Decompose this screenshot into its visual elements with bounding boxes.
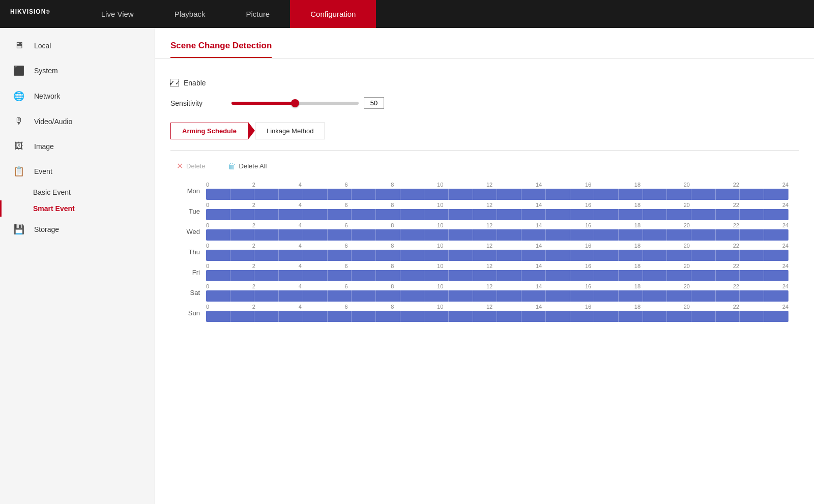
sidebar-item-system[interactable]: ⬛ System [0, 58, 155, 83]
sidebar-sub-basic-event[interactable]: Basic Event [0, 184, 155, 200]
sidebar-item-network[interactable]: 🌐 Network [0, 83, 155, 109]
sidebar-item-event[interactable]: 📋 Event [0, 159, 155, 184]
time-label: 0 [206, 202, 209, 208]
sidebar-item-video-audio[interactable]: 🎙 Video/Audio [0, 109, 155, 134]
time-label: 8 [391, 202, 394, 208]
sidebar-label-local: Local [34, 42, 51, 50]
sidebar-label-video-audio: Video/Audio [34, 117, 72, 126]
sensitivity-slider[interactable] [231, 102, 359, 105]
time-label: 16 [585, 304, 591, 310]
tick-marks [206, 189, 789, 200]
time-label: 12 [486, 222, 492, 228]
tab-arming-schedule[interactable]: Arming Schedule [170, 123, 248, 139]
slider-thumb[interactable] [291, 99, 299, 107]
tick-marks [206, 311, 789, 322]
sensitivity-label: Sensitivity [170, 99, 231, 107]
enable-label: Enable [184, 79, 206, 87]
time-label: 14 [536, 222, 542, 228]
tab-separator-line [170, 150, 799, 151]
time-label: 20 [684, 304, 690, 310]
schedule-bar[interactable] [206, 290, 789, 302]
time-label: 6 [344, 283, 347, 289]
time-label: 0 [206, 304, 209, 310]
storage-icon: 💾 [13, 224, 25, 235]
schedule-day-row: Mon024681012141618202224 [181, 182, 789, 200]
main-layout: 🖥 Local ⬛ System 🌐 Network 🎙 Video/Audio… [0, 28, 814, 504]
time-label: 24 [782, 222, 789, 228]
tab-linkage-method[interactable]: Linkage Method [255, 123, 326, 139]
schedule-bar[interactable] [206, 209, 789, 220]
time-label: 18 [634, 182, 641, 188]
time-label: 10 [437, 222, 443, 228]
time-label: 6 [344, 304, 347, 310]
tabs-row: Arming Schedule Linkage Method [170, 122, 799, 140]
time-axis[interactable]: 024681012141618202224 [206, 222, 789, 241]
event-icon: 📋 [13, 166, 25, 177]
enable-checkbox[interactable]: ✓ [170, 79, 179, 87]
time-axis[interactable]: 024681012141618202224 [206, 263, 789, 281]
sidebar-item-storage[interactable]: 💾 Storage [0, 217, 155, 242]
schedule-bar[interactable] [206, 250, 789, 261]
schedule-bar[interactable] [206, 229, 789, 241]
actions-row: ✕ Delete 🗑 Delete All [170, 158, 799, 174]
time-label: 2 [252, 202, 255, 208]
delete-all-button[interactable]: 🗑 Delete All [222, 159, 273, 174]
time-label: 20 [684, 263, 690, 269]
time-label: 4 [299, 304, 302, 310]
time-axis[interactable]: 024681012141618202224 [206, 243, 789, 261]
time-label: 16 [585, 222, 591, 228]
schedule-day-row: Wed024681012141618202224 [181, 222, 789, 241]
tick-marks [206, 209, 789, 220]
nav-playback[interactable]: Playback [154, 0, 226, 28]
time-label: 2 [252, 304, 255, 310]
time-label: 0 [206, 222, 209, 228]
schedule-day-row: Sat024681012141618202224 [181, 283, 789, 302]
time-label: 18 [634, 283, 641, 289]
time-label: 12 [486, 304, 492, 310]
day-label: Fri [181, 269, 206, 276]
sidebar-label-system: System [34, 67, 58, 75]
time-label: 12 [486, 202, 492, 208]
schedule-day-row: Tue024681012141618202224 [181, 202, 789, 220]
time-label: 14 [536, 283, 542, 289]
time-label: 2 [252, 182, 255, 188]
sidebar-item-local[interactable]: 🖥 Local [0, 33, 155, 58]
day-label: Tue [181, 207, 206, 215]
time-label: 8 [391, 182, 394, 188]
schedule-bar[interactable] [206, 189, 789, 200]
slider-container: 50 [231, 97, 384, 109]
sidebar-sub-smart-event[interactable]: Smart Event [0, 200, 155, 217]
time-label: 14 [536, 182, 542, 188]
time-label: 6 [344, 243, 347, 249]
time-axis[interactable]: 024681012141618202224 [206, 304, 789, 322]
video-audio-icon: 🎙 [13, 116, 25, 127]
time-label: 22 [733, 222, 739, 228]
sidebar-label-storage: Storage [34, 225, 59, 233]
time-label: 0 [206, 243, 209, 249]
delete-label: Delete [186, 162, 206, 170]
time-label: 6 [344, 222, 347, 228]
nav-configuration[interactable]: Configuration [290, 0, 376, 28]
nav-live-view[interactable]: Live View [81, 0, 154, 28]
time-label: 6 [344, 182, 347, 188]
time-axis[interactable]: 024681012141618202224 [206, 283, 789, 302]
time-label: 20 [684, 222, 690, 228]
time-label: 14 [536, 263, 542, 269]
time-axis[interactable]: 024681012141618202224 [206, 202, 789, 220]
time-label: 2 [252, 243, 255, 249]
schedule-bar[interactable] [206, 270, 789, 281]
nav-picture[interactable]: Picture [226, 0, 290, 28]
schedule-bar[interactable] [206, 311, 789, 322]
delete-button[interactable]: ✕ Delete [170, 158, 212, 174]
sidebar-item-image[interactable]: 🖼 Image [0, 134, 155, 159]
time-label: 24 [782, 263, 789, 269]
time-label: 18 [634, 222, 641, 228]
time-label: 20 [684, 243, 690, 249]
enable-row: ✓ Enable [170, 79, 799, 87]
time-label: 24 [782, 283, 789, 289]
time-label: 16 [585, 202, 591, 208]
time-label: 10 [437, 263, 443, 269]
image-icon: 🖼 [13, 141, 25, 152]
time-axis[interactable]: 024681012141618202224 [206, 182, 789, 200]
tab-arrow-icon [248, 122, 255, 140]
